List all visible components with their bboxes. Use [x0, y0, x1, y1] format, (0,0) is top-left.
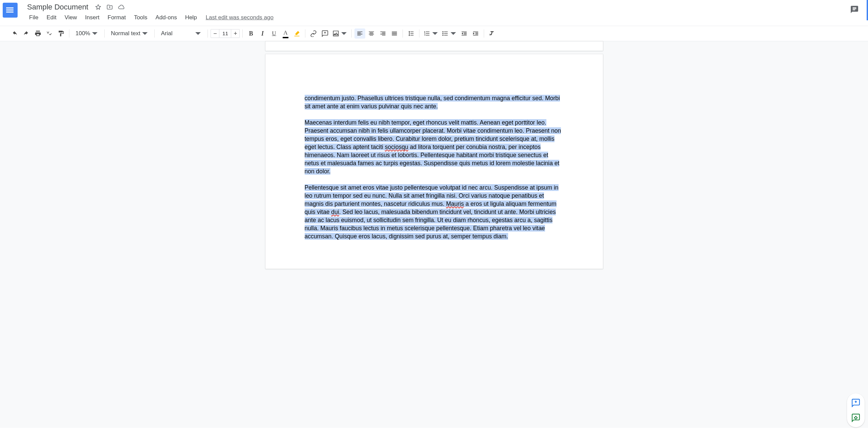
- font-size-input[interactable]: 11: [219, 29, 231, 38]
- add-comment-fab[interactable]: [848, 396, 863, 410]
- insert-comment-button[interactable]: [320, 28, 330, 39]
- document-page[interactable]: condimentum justo. Phasellus ultrices tr…: [265, 54, 603, 269]
- titlebar: Sample Document File Edit View Insert Fo…: [0, 0, 868, 22]
- window-accent-strip: [867, 0, 868, 20]
- editor-canvas[interactable]: condimentum justo. Phasellus ultrices tr…: [0, 41, 868, 428]
- line-spacing-button[interactable]: [406, 28, 416, 39]
- print-button[interactable]: [32, 28, 43, 39]
- paragraph[interactable]: Pellentesque sit amet eros vitae justo p…: [305, 183, 562, 240]
- font-size-increase[interactable]: +: [231, 29, 239, 38]
- underline-button[interactable]: U: [268, 28, 279, 39]
- insert-image-button[interactable]: [331, 28, 349, 39]
- move-icon[interactable]: [107, 4, 113, 10]
- italic-button[interactable]: I: [257, 28, 268, 39]
- font-family-select[interactable]: Arial: [157, 28, 205, 39]
- menu-bar: File Edit View Insert Format Tools Add-o…: [26, 13, 274, 22]
- align-justify-button[interactable]: [389, 28, 400, 39]
- insert-link-button[interactable]: [308, 28, 319, 39]
- menu-edit[interactable]: Edit: [43, 13, 60, 22]
- bulleted-list-button[interactable]: [440, 28, 458, 39]
- document-title[interactable]: Sample Document: [26, 3, 90, 12]
- paint-format-button[interactable]: [56, 28, 66, 39]
- paragraph[interactable]: Maecenas interdum felis eu nibh tempor, …: [305, 118, 562, 175]
- clear-formatting-button[interactable]: [487, 28, 498, 39]
- spellcheck-button[interactable]: [44, 28, 55, 39]
- align-left-button[interactable]: [354, 28, 365, 39]
- bold-button[interactable]: B: [245, 28, 256, 39]
- font-size-decrease[interactable]: −: [211, 29, 219, 38]
- cloud-saved-icon[interactable]: [118, 4, 124, 10]
- menu-view[interactable]: View: [61, 13, 81, 22]
- last-edit-link[interactable]: Last edit was seconds ago: [206, 14, 274, 21]
- floating-actions: [847, 393, 865, 427]
- numbered-list-button[interactable]: [422, 28, 440, 39]
- text-color-button[interactable]: A: [280, 28, 291, 39]
- menu-format[interactable]: Format: [104, 13, 129, 22]
- menu-file[interactable]: File: [26, 13, 42, 22]
- redo-button[interactable]: [21, 28, 32, 39]
- zoom-select[interactable]: 100%: [72, 28, 102, 39]
- paragraph-style-select[interactable]: Normal text: [107, 28, 152, 39]
- font-size-control: − 11 +: [211, 29, 240, 38]
- toolbar: 100% Normal text Arial − 11 + B I U A: [0, 26, 868, 41]
- decrease-indent-button[interactable]: [459, 28, 470, 39]
- menu-help[interactable]: Help: [182, 13, 200, 22]
- menu-addons[interactable]: Add-ons: [152, 13, 180, 22]
- increase-indent-button[interactable]: [470, 28, 481, 39]
- suggest-edits-fab[interactable]: [848, 411, 863, 425]
- align-right-button[interactable]: [377, 28, 388, 39]
- undo-button[interactable]: [9, 28, 20, 39]
- star-icon[interactable]: [95, 4, 101, 10]
- align-center-button[interactable]: [366, 28, 377, 39]
- highlight-color-button[interactable]: [291, 28, 302, 39]
- previous-page-tail: [265, 41, 603, 51]
- menu-tools[interactable]: Tools: [131, 13, 151, 22]
- menu-insert[interactable]: Insert: [82, 13, 103, 22]
- paragraph[interactable]: condimentum justo. Phasellus ultrices tr…: [305, 94, 562, 110]
- open-comments-button[interactable]: [848, 3, 861, 16]
- docs-logo-icon[interactable]: [3, 3, 18, 18]
